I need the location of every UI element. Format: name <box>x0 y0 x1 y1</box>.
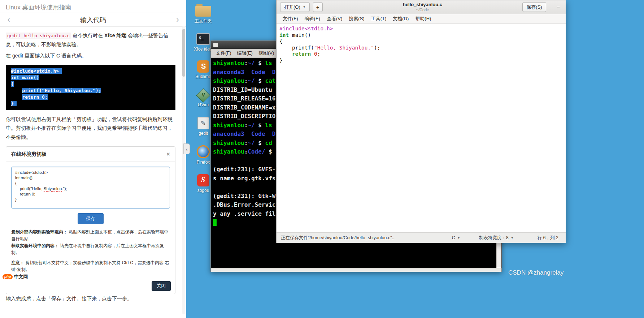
clipboard-footer: 关闭 <box>6 278 175 294</box>
ta-line: { <box>15 181 166 186</box>
csdn-watermark: CSDN @zhangrelay <box>508 269 564 276</box>
terminal-menu-item[interactable]: 文件(F) <box>213 49 234 57</box>
gvim-icon <box>196 88 210 103</box>
desktop-icon-home-folder[interactable]: 主文件夹 <box>189 3 217 24</box>
paragraph-bold-text: Xfce 终端 <box>104 33 126 38</box>
cursor-position: 行 6，列 2 <box>538 235 558 241</box>
gedit-menubar: 文件(F)编辑(E)查看(V)搜索(S)工具(T)文档(D)帮助(H) <box>277 14 566 24</box>
paragraph-save-next: 输入完成后，点击「保存」文件。接下来，点击下一步。 <box>6 294 175 303</box>
next-step-icon[interactable]: › <box>174 16 181 24</box>
ta-line: return 0; <box>15 192 166 197</box>
clipboard-textarea[interactable]: #include<stdio.h>int main(){ printf("Hel… <box>11 167 170 209</box>
clipboard-close-button[interactable]: 关闭 <box>152 281 171 291</box>
gedit-menu-item[interactable]: 文档(D) <box>390 14 412 23</box>
gcode-line: int main() <box>279 32 563 39</box>
help-label: 注意： <box>11 260 24 265</box>
clipboard-help-note: 注意： 剪切板暂时不支持中文；实验步骤中的复制不支持 Ctrl-C，需要选中内容… <box>11 259 170 273</box>
document-title: hello_shiyanlou.c <box>326 2 519 8</box>
tab-width-selector[interactable]: 制表符宽度：8 ▼ <box>479 235 514 241</box>
code-line: return 0; <box>11 94 170 100</box>
chevron-down-icon: ▼ <box>511 236 514 240</box>
clipboard-header: 在线环境剪切板 × <box>6 147 175 162</box>
ta-line: printf("Hello, Shiyanlou."); <box>15 186 166 192</box>
gcode-line: } <box>279 57 563 64</box>
chevron-down-icon: ▼ <box>457 236 460 240</box>
paragraph-clipboard-tip: 你可以尝试使用右侧工具栏的「剪切板」功能，尝试将代码复制粘贴到环境中。剪切板并不… <box>6 115 175 142</box>
terminal-window-bottom-edge <box>211 268 501 272</box>
language-selector[interactable]: C ▼ <box>452 235 460 240</box>
php-logo-text: 中文网 <box>14 274 28 280</box>
gedit-headerbar: 打开(O) ▼ + hello_shiyanlou.c ~/Code 保存(S)… <box>277 0 566 14</box>
php-logo-icon: php <box>3 274 13 279</box>
sogou-icon <box>197 174 209 186</box>
code-line: #include<stdio.h> <box>11 68 170 74</box>
panel-collapse-button[interactable]: ‹ <box>183 143 190 154</box>
open-button-label: 打开(O) <box>284 4 300 10</box>
tab-width-label: 制表符宽度：8 <box>479 235 509 241</box>
code-line: int main() <box>11 74 170 81</box>
clipboard-save-button[interactable]: 保存 <box>78 213 104 224</box>
paragraph-instruction: 在 gedit 里面键入以下 C 语言代码。 <box>6 51 175 60</box>
paragraph-text: 命令执行时在 <box>71 33 104 38</box>
gedit-title-area: hello_shiyanlou.c ~/Code <box>326 2 519 12</box>
gcode-line: return 0; <box>279 51 563 57</box>
sublime-icon <box>197 60 209 73</box>
gedit-statusbar: 正在保存文件"/home/shiyanlou/Code/hello_shiyan… <box>277 232 566 243</box>
gedit-menu-item[interactable]: 文件(F) <box>279 14 301 23</box>
chevron-down-icon: ▼ <box>303 5 306 9</box>
status-message: 正在保存文件"/home/shiyanlou/Code/hello_shiyan… <box>281 235 448 241</box>
gedit-menu-item[interactable]: 工具(T) <box>368 14 390 23</box>
home-folder-icon <box>195 6 211 17</box>
save-button[interactable]: 保存(S) <box>522 2 546 12</box>
step-nav: ‹ 输入代码 › <box>0 13 186 27</box>
gedit-menu-item[interactable]: 帮助(H) <box>412 14 434 23</box>
clipboard-help-copy-out: 获取实验环境中的内容： 请先在环境中自行复制内容，后在上面文本框中再次复制。 <box>11 242 170 256</box>
code-line: } <box>11 100 170 107</box>
clipboard-body: #include<stdio.h>int main(){ printf("Hel… <box>6 162 175 278</box>
gedit-icon <box>197 117 209 129</box>
gedit-menu-item[interactable]: 编辑(E) <box>301 14 323 23</box>
terminal-menu-item[interactable]: 编辑(E) <box>234 49 256 57</box>
clipboard-title: 在线环境剪切板 <box>11 150 166 159</box>
code-line: { <box>11 81 170 87</box>
ta-line: int main() <box>15 175 166 181</box>
guide-body: gedit hello_shiyanlou.c 命令执行时在 Xfce 终端 会… <box>0 27 186 303</box>
desktop-icon-label: 主文件夹 <box>189 18 217 24</box>
gedit-code-area[interactable]: #include<stdio.h>int main(){ printf("Hel… <box>277 24 566 232</box>
gcode-line: #include<stdio.h> <box>279 26 563 32</box>
guide-app-title: Linux 桌面环境使用指南 <box>0 0 186 13</box>
terminal-icon <box>196 33 210 45</box>
paragraph-warning: gedit hello_shiyanlou.c 命令执行时在 Xfce 终端 会… <box>6 31 175 49</box>
help-text: 剪切板暂时不支持中文；实验步骤中的复制不支持 Ctrl-C，需要选中内容-右键-… <box>11 260 169 272</box>
guide-scrollbar[interactable] <box>182 26 185 314</box>
gedit-menu-item[interactable]: 查看(V) <box>323 14 345 23</box>
firefox-icon <box>197 145 210 158</box>
close-icon[interactable]: × <box>166 151 170 157</box>
clipboard-help-copy-in: 复制外部内容到实验环境内： 粘贴内容到上面文本框，点击保存，后在实验环境中自行粘… <box>11 229 170 242</box>
gcode-line: { <box>279 38 563 45</box>
step-title: 输入代码 <box>12 16 174 24</box>
prev-step-icon[interactable]: ‹ <box>5 16 12 24</box>
ta-line: #include<stdio.h> <box>15 170 166 175</box>
guide-scrollbar-thumb[interactable] <box>182 29 185 77</box>
terminal-window-icon <box>213 43 218 47</box>
clipboard-help: 复制外部内容到实验环境内： 粘贴内容到上面文本框，点击保存，后在实验环境中自行粘… <box>11 229 170 274</box>
terminal-menu-item[interactable]: 视图(V) <box>256 49 277 57</box>
new-tab-button[interactable]: + <box>313 2 323 12</box>
gedit-menu-item[interactable]: 搜索(S) <box>345 14 367 23</box>
minimize-button[interactable]: − <box>554 4 562 10</box>
open-button[interactable]: 打开(O) ▼ <box>280 2 310 12</box>
inline-code-command: gedit hello_shiyanlou.c <box>6 33 71 39</box>
language-label: C <box>452 235 455 240</box>
clipboard-panel: 在线环境剪切板 × #include<stdio.h>int main(){ p… <box>6 146 175 294</box>
help-label: 复制外部内容到实验环境内： <box>11 229 68 235</box>
chevron-left-icon: ‹ <box>186 146 188 152</box>
gedit-window: 打开(O) ▼ + hello_shiyanlou.c ~/Code 保存(S)… <box>276 0 566 243</box>
php-cn-logo: php 中文网 <box>3 274 28 280</box>
gcode-line: printf("Hello, Shiyanlou."); <box>279 45 563 51</box>
ta-line: } <box>15 197 166 202</box>
code-line: printf("Hello, Shiyanlou."); <box>11 87 170 94</box>
help-label: 获取实验环境中的内容： <box>11 243 59 248</box>
guide-panel: Linux 桌面环境使用指南 ‹ 输入代码 › gedit hello_shiy… <box>0 0 186 318</box>
document-path: ~/Code <box>326 8 519 12</box>
